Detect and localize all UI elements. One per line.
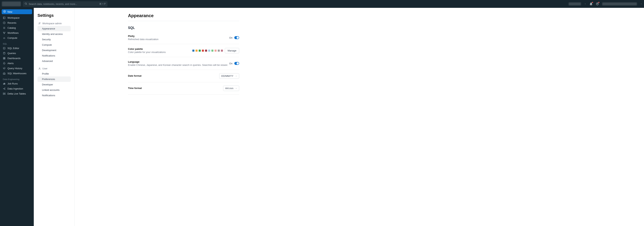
sidebar-item-job-runs[interactable]: Job Runs [2, 81, 32, 86]
topbar: ⌘ + P [0, 0, 644, 8]
sidebar-item-sql-warehouses[interactable]: SQL Warehouses [2, 71, 32, 76]
svg-point-17 [3, 88, 4, 89]
svg-rect-12 [3, 58, 4, 58]
svg-rect-13 [4, 58, 5, 58]
search-input[interactable] [29, 2, 98, 6]
palette-swatch [205, 50, 207, 52]
sidebar-item-label: Catalog [8, 26, 16, 29]
settings-item-development[interactable]: Development [38, 48, 71, 53]
settings-item-developer[interactable]: Developer [38, 82, 71, 87]
toggle-state: On [229, 36, 232, 39]
sidebar: New Workspace Recents Catalog Workflows … [0, 8, 34, 226]
settings-item-linked-accounts[interactable]: Linked accounts [38, 87, 71, 93]
time-format-select[interactable]: HH:mm [223, 86, 239, 91]
plus-icon [3, 10, 6, 14]
settings-item-identity[interactable]: Identity and access [38, 31, 71, 37]
settings-title: Settings [38, 13, 71, 18]
sidebar-item-label: Job Runs [8, 82, 18, 85]
sidebar-item-data-ingestion[interactable]: Data Ingestion [2, 86, 32, 91]
svg-point-6 [3, 28, 4, 29]
settings-item-preferences[interactable]: Preferences [38, 76, 71, 82]
sidebar-item-sql-editor[interactable]: SQL Editor [2, 46, 32, 51]
new-button[interactable]: New [2, 9, 32, 14]
sidebar-item-label: SQL Warehouses [8, 72, 26, 75]
settings-item-profile[interactable]: Profile [38, 71, 71, 76]
sidebar-item-compute[interactable]: Compute [2, 36, 32, 40]
palette-swatch [199, 50, 201, 52]
toggle-state: On [229, 62, 232, 65]
palette-swatch [196, 50, 198, 52]
svg-point-23 [40, 22, 40, 23]
settings-item-notifications-user[interactable]: Notifications [38, 93, 71, 98]
settings-item-notifications-ws[interactable]: Notifications [38, 53, 71, 58]
sidebar-item-workspace[interactable]: Workspace [2, 15, 32, 20]
setting-palette: Color palette Color palette for your vis… [128, 44, 239, 57]
sidebar-item-queries[interactable]: Queries [2, 51, 32, 56]
sidebar-item-label: Workflows [8, 32, 19, 34]
users-icon [38, 22, 41, 25]
chevron-down-icon [235, 75, 237, 77]
palette-swatch [214, 50, 216, 52]
setting-desc: Refreshed data visualization [128, 38, 158, 41]
sidebar-item-label: Recents [8, 22, 16, 24]
help-icon[interactable] [596, 2, 599, 6]
settings-item-advanced[interactable]: Advanced [38, 58, 71, 64]
settings-item-compute[interactable]: Compute [38, 42, 71, 48]
select-value: HH:mm [225, 87, 234, 90]
workspace-switcher[interactable] [569, 2, 581, 6]
sidebar-item-label: Query History [8, 67, 22, 70]
plotly-toggle[interactable] [234, 36, 239, 39]
setting-desc: Enable Chinese, Japanese, and Korean cha… [128, 64, 228, 66]
sidebar-item-workflows[interactable]: Workflows [2, 30, 32, 36]
svg-rect-21 [4, 93, 5, 94]
sidebar-item-label: Queries [8, 52, 16, 55]
sidebar-item-catalog[interactable]: Catalog [2, 25, 32, 30]
setting-language: Language Enable Chinese, Japanese, and K… [128, 57, 239, 70]
date-format-select[interactable]: DD/MM/YY [219, 73, 239, 79]
chevron-down-icon [640, 3, 642, 5]
sidebar-item-label: Workspace [8, 16, 20, 19]
svg-rect-15 [4, 58, 5, 59]
user-icon [38, 67, 41, 70]
select-value: DD/MM/YY [221, 74, 234, 78]
user-menu[interactable] [602, 2, 637, 6]
sidebar-item-label: SQL Editor [8, 47, 19, 50]
setting-name: Language [128, 60, 228, 63]
main: New Workspace Recents Catalog Workflows … [0, 8, 644, 226]
svg-rect-16 [4, 74, 5, 74]
setting-name: Color palette [128, 48, 166, 50]
sidebar-item-recents[interactable]: Recents [2, 20, 32, 25]
palette-swatch [211, 50, 214, 52]
sidebar-item-label: Delta Live Tables [8, 92, 26, 95]
sidebar-item-alerts[interactable]: Alerts [2, 61, 32, 66]
svg-point-24 [39, 68, 40, 68]
svg-point-5 [3, 28, 4, 28]
sidebar-item-query-history[interactable]: Query History [2, 66, 32, 71]
svg-point-19 [5, 89, 5, 90]
language-toggle[interactable] [234, 62, 239, 65]
settings-item-security[interactable]: Security [38, 37, 71, 42]
manage-palette-button[interactable]: Manage [225, 48, 239, 53]
search-input-wrap[interactable]: ⌘ + P [23, 1, 108, 7]
svg-point-7 [3, 32, 4, 33]
settings-group-label: User [42, 67, 48, 70]
setting-date-format: Date format DD/MM/YY [128, 70, 239, 82]
chevron-down-icon [235, 88, 237, 89]
setting-time-format: Time format HH:mm [128, 82, 239, 94]
sidebar-item-label: Alerts [8, 62, 14, 65]
gift-icon[interactable] [590, 2, 592, 6]
sidebar-item-label: Compute [8, 36, 17, 39]
content: Appearance SQL Plotly Refreshed data vis… [74, 8, 644, 226]
sidebar-item-dashboards[interactable]: Dashboards [2, 56, 32, 61]
setting-name: Time format [128, 87, 142, 90]
sidebar-item-label: Data Ingestion [8, 87, 23, 90]
sidebar-item-delta-live-tables[interactable]: Delta Live Tables [2, 91, 32, 96]
palette-swatch [208, 50, 210, 52]
settings-group-label: Workspace admin [42, 22, 62, 25]
sidebar-section-sql: SQL [3, 43, 32, 45]
settings-item-appearance[interactable]: Appearance [38, 26, 71, 31]
sidebar-item-label: Dashboards [8, 57, 20, 60]
chevron-down-icon [584, 3, 586, 5]
search-icon [25, 2, 27, 6]
logo[interactable] [2, 2, 21, 6]
